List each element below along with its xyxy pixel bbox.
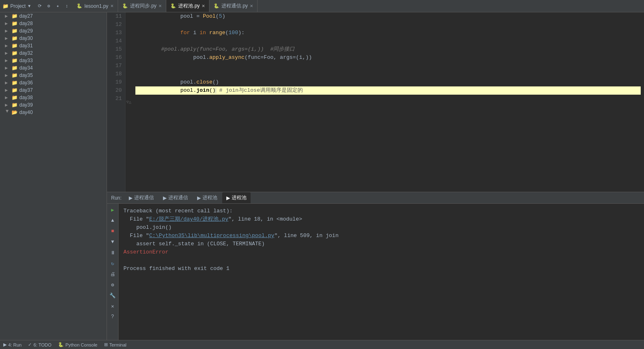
sidebar-arrow-day28: ▶ — [5, 21, 10, 26]
sidebar: ▶ 📁 day27 ▶ 📁 day28 ▶ 📁 day29 ▶ 📁 day30 … — [0, 12, 107, 340]
tab-process-comm[interactable]: 🐍 进程通信.py ✕ — [209, 0, 258, 12]
tab-process-sync-label: 进程同步.py — [130, 2, 156, 9]
status-run[interactable]: ▶ 4: Run — [3, 342, 21, 347]
sidebar-item-day39[interactable]: ▶ 📁 day39 — [0, 101, 107, 109]
sidebar-item-day38[interactable]: ▶ 📁 day38 — [0, 94, 107, 101]
sidebar-item-day34[interactable]: ▶ 📁 day34 — [0, 64, 107, 72]
gear-icon-btn[interactable]: ✦ — [53, 2, 62, 10]
config-icon-btn[interactable]: ⚙ — [44, 2, 53, 10]
run-label: Run: — [109, 195, 124, 201]
status-terminal-icon: ⊞ — [104, 342, 108, 347]
sidebar-label-day38: day38 — [19, 95, 33, 100]
run-close-button[interactable]: ✕ — [108, 302, 117, 311]
line-numbers: 11 12 13 14 15 16 17 18 19 20 21 — [107, 12, 126, 192]
project-label[interactable]: 📁 Project ▼ — [0, 3, 34, 9]
run-panel: Run: ▶ 进程通信 ▶ 进程通信 ▶ 进程池 ▶ 进程池 — [107, 192, 644, 340]
code-line-19: pool.close() — [135, 78, 641, 86]
run-stop-button[interactable]: ■ — [108, 227, 117, 236]
run-up-button[interactable]: ▲ — [108, 216, 117, 225]
status-terminal[interactable]: ⊞ Terminal — [104, 342, 127, 347]
status-todo[interactable]: ✓ 6: TODO — [28, 342, 51, 347]
line-num-12: 12 — [110, 21, 122, 29]
tab-process-comm-close[interactable]: ✕ — [250, 4, 253, 8]
sidebar-arrow-day32: ▶ — [5, 51, 10, 55]
run-tab-process-comm2[interactable]: ▶ 进程通信 — [159, 192, 192, 203]
status-todo-icon: ✓ — [28, 342, 32, 347]
sidebar-item-day27[interactable]: ▶ 📁 day27 — [0, 12, 107, 20]
status-run-label: 4: Run — [8, 342, 21, 347]
run-debug-button[interactable]: 🔧 — [108, 291, 117, 300]
tab-lesson1-label: lesoon1.py — [84, 3, 108, 9]
code-line-14 — [135, 37, 641, 45]
folder-icon-day30: 📁 — [12, 35, 18, 41]
sidebar-item-day28[interactable]: ▶ 📁 day28 — [0, 20, 107, 27]
code-line-17 — [135, 62, 641, 70]
tab-process-sync[interactable]: 🐍 进程同步.py ✕ — [118, 0, 166, 12]
gutter-16[interactable]: △ — [129, 98, 131, 106]
sidebar-label-day34: day34 — [19, 65, 33, 71]
sidebar-item-day29[interactable]: ▶ 📁 day29 — [0, 27, 107, 35]
status-python-console[interactable]: 🐍 Python Console — [58, 342, 98, 347]
sidebar-arrow-day39: ▶ — [5, 103, 10, 107]
code-line-16: pool.apply_async(func=Foo, args=(i,)) — [135, 54, 641, 62]
folder-icon-day32: 📁 — [12, 50, 18, 56]
run-pause-button[interactable]: ⏸ — [108, 248, 117, 257]
file-link-1[interactable]: E:/脱产三期/day40/进程池.py — [149, 216, 228, 222]
sidebar-item-day32[interactable]: ▶ 📁 day32 — [0, 49, 107, 57]
tab-process-comm-icon: 🐍 — [214, 3, 219, 9]
run-tab-comm2-label: 进程通信 — [168, 194, 188, 201]
tab-process-pool-icon: 🐍 — [170, 3, 176, 9]
code-content[interactable]: pool = Pool(5) for i in range(100): #poo… — [132, 12, 644, 192]
sidebar-item-day36[interactable]: ▶ 📁 day36 — [0, 79, 107, 86]
tab-process-pool[interactable]: 🐍 进程池.py ✕ — [166, 0, 209, 12]
code-editor[interactable]: 11 12 13 14 15 16 17 18 19 20 21 ▽ △ — [107, 12, 644, 192]
project-dropdown-icon[interactable]: ▼ — [27, 4, 31, 8]
tab-process-sync-icon: 🐍 — [122, 3, 128, 9]
line-num-20: 20 — [110, 86, 122, 95]
sync-icon-btn[interactable]: ⟳ — [35, 2, 44, 10]
pin-icon-btn[interactable]: ↕ — [63, 2, 71, 10]
code-line-20: pool.join() # join与close调用顺序是固定的 — [135, 86, 641, 95]
sidebar-item-day37[interactable]: ▶ 📁 day37 — [0, 86, 107, 94]
tab-lesson1[interactable]: 🐍 lesoon1.py ✕ — [72, 0, 118, 12]
sidebar-item-day40[interactable]: ▶ 📂 day40 — [0, 109, 107, 116]
tab-lesson1-close[interactable]: ✕ — [110, 4, 114, 8]
status-python-icon: 🐍 — [58, 342, 64, 347]
file-link-2[interactable]: C:\Python35\lib\multiprocessing\pool.py — [149, 233, 274, 239]
sidebar-item-day33[interactable]: ▶ 📁 day33 — [0, 57, 107, 64]
tab-lesson1-icon: 🐍 — [77, 3, 82, 9]
code-line-21 — [135, 95, 641, 103]
run-print-button[interactable]: 🖨 — [108, 270, 117, 279]
folder-icon-day37: 📁 — [12, 87, 18, 93]
sidebar-label-day29: day29 — [19, 28, 33, 34]
run-tab-pool1-icon: ▶ — [197, 195, 201, 201]
line-num-18: 18 — [110, 70, 122, 78]
tab-process-sync-close[interactable]: ✕ — [158, 4, 162, 8]
sidebar-label-day33: day33 — [19, 58, 33, 63]
tab-process-pool-close[interactable]: ✕ — [202, 4, 205, 8]
run-tab-process-pool2[interactable]: ▶ 进程池 — [222, 192, 251, 203]
tab-process-pool-label: 进程池.py — [178, 2, 200, 9]
sidebar-item-day30[interactable]: ▶ 📁 day30 — [0, 35, 107, 42]
run-sidebar: ▶ ▲ ■ ▼ ⏸ ↻ 🖨 ⚙ 🔧 ✕ ? — [107, 204, 119, 340]
run-tab-process-pool1[interactable]: ▶ 进程池 — [193, 192, 221, 203]
run-tab-comm1-label: 进程通信 — [134, 194, 154, 201]
sidebar-arrow-day34: ▶ — [5, 66, 10, 70]
sidebar-label-day39: day39 — [19, 102, 33, 108]
code-line-13: for i in range(100): — [135, 29, 641, 37]
run-rerun-button[interactable]: ↻ — [108, 259, 117, 268]
sidebar-arrow-day33: ▶ — [5, 58, 10, 63]
sidebar-item-day31[interactable]: ▶ 📁 day31 — [0, 42, 107, 49]
folder-icon-day35: 📁 — [12, 72, 18, 78]
sidebar-arrow-day36: ▶ — [5, 81, 10, 85]
sidebar-arrow-day27: ▶ — [5, 14, 10, 18]
run-content: ▶ ▲ ■ ▼ ⏸ ↻ 🖨 ⚙ 🔧 ✕ ? Traceback (most re… — [107, 204, 644, 340]
run-settings-button[interactable]: ⚙ — [108, 280, 117, 289]
run-play-button[interactable]: ▶ — [108, 205, 117, 214]
run-help-button[interactable]: ? — [108, 312, 117, 321]
run-down-button[interactable]: ▼ — [108, 237, 117, 247]
sidebar-item-day35[interactable]: ▶ 📁 day35 — [0, 72, 107, 79]
sidebar-arrow-day29: ▶ — [5, 29, 10, 33]
status-terminal-label: Terminal — [109, 342, 127, 347]
run-tab-process-comm1[interactable]: ▶ 进程通信 — [125, 192, 158, 203]
